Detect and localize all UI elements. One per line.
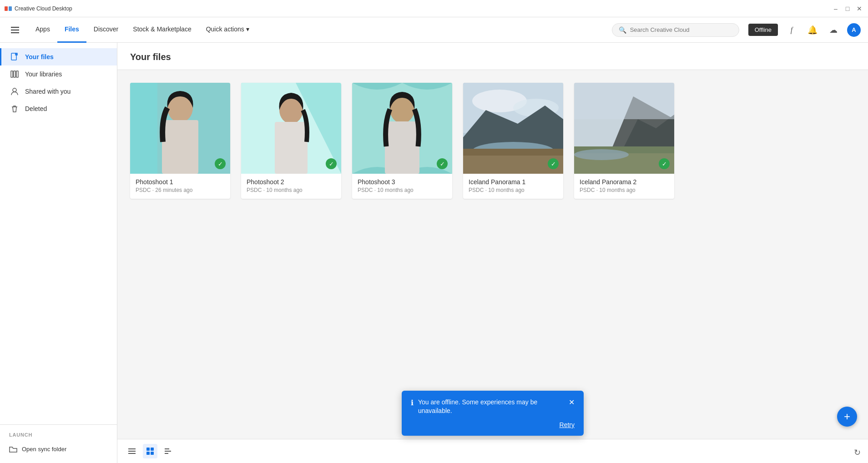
trash-icon (10, 105, 20, 113)
file-grid: ✓ Photoshoot 1 PSDC · 26 minutes ago (130, 83, 855, 199)
svg-rect-43 (165, 448, 169, 449)
sync-check-photoshoot1: ✓ (215, 158, 226, 169)
minimize-button[interactable]: – (832, 5, 840, 13)
offline-toast: ℹ You are offline. Some experiences may … (402, 391, 584, 436)
file-thumbnail-photoshoot2: ✓ (241, 83, 341, 174)
toast-actions: Retry (411, 421, 575, 428)
close-button[interactable]: ✕ (855, 5, 863, 13)
open-sync-folder-item[interactable]: Open sync folder (9, 442, 108, 456)
file-meta-photoshoot2: PSDC · 10 months ago (247, 187, 336, 193)
list-view-icon (128, 448, 136, 455)
nav-bar: Apps Files Discover Stock & Marketplace … (0, 17, 868, 43)
sidebar-item-deleted[interactable]: Deleted (0, 100, 117, 117)
menu-line (11, 32, 19, 33)
library-icon (10, 70, 20, 78)
file-name-iceland1: Iceland Panorama 1 (469, 178, 558, 186)
tab-quick-actions[interactable]: Quick actions ▾ (199, 17, 257, 43)
maximize-button[interactable]: □ (843, 5, 852, 13)
svg-rect-45 (165, 453, 168, 454)
app-title: Creative Cloud Desktop (15, 5, 832, 12)
add-button[interactable]: + (837, 407, 857, 427)
sidebar-label-your-files: Your files (25, 53, 54, 60)
svg-rect-39 (146, 448, 150, 451)
offline-button[interactable]: Offline (748, 24, 778, 36)
sort-button[interactable] (161, 444, 176, 458)
svg-rect-41 (146, 452, 150, 455)
search-bar[interactable]: 🔍 (612, 23, 739, 37)
sync-check-photoshoot3: ✓ (437, 158, 448, 169)
file-thumbnail-iceland1: ✓ (463, 83, 563, 174)
svg-rect-11 (162, 120, 198, 174)
list-view-button[interactable] (125, 444, 139, 458)
file-card-photoshoot2[interactable]: ✓ Photoshoot 2 PSDC · 10 months ago (241, 83, 341, 199)
svg-point-7 (13, 88, 16, 92)
sync-check-iceland1: ✓ (548, 158, 559, 169)
file-card-iceland1[interactable]: ✓ Iceland Panorama 1 PSDC · 10 months ag… (463, 83, 563, 199)
svg-rect-36 (128, 448, 136, 449)
file-card-photoshoot3[interactable]: ✓ Photoshoot 3 PSDC · 10 months ago (352, 83, 452, 199)
tab-stock[interactable]: Stock & Marketplace (126, 17, 198, 43)
title-bar: Creative Cloud Desktop – □ ✕ (0, 0, 868, 17)
file-thumbnail-photoshoot3: ✓ (352, 83, 452, 174)
svg-rect-16 (275, 122, 308, 174)
launch-section-label: LAUNCH (9, 432, 108, 438)
svg-rect-1 (9, 6, 12, 11)
content-toolbar (117, 439, 868, 463)
sidebar-item-shared-with-you[interactable]: Shared with you (0, 83, 117, 100)
tab-discover[interactable]: Discover (86, 17, 126, 43)
toast-message: You are offline. Some experiences may be… (418, 398, 564, 416)
hamburger-menu-button[interactable] (7, 25, 23, 35)
sidebar-item-your-libraries[interactable]: Your libraries (0, 65, 117, 83)
svg-rect-44 (165, 451, 171, 452)
svg-rect-5 (14, 71, 15, 77)
file-info-photoshoot1: Photoshoot 1 PSDC · 26 minutes ago (130, 174, 230, 199)
sync-folder-label: Open sync folder (22, 446, 66, 453)
font-icon-button[interactable]: f (784, 23, 799, 37)
file-card-iceland2[interactable]: ✓ Iceland Panorama 2 PSDC · 10 months ag… (574, 83, 674, 199)
sync-button[interactable]: ↻ (854, 448, 861, 458)
thumbnail-image-photoshoot2 (241, 83, 341, 174)
content-header: Your files (117, 43, 868, 70)
svg-rect-37 (128, 451, 136, 452)
search-input[interactable] (630, 26, 732, 33)
sidebar-nav: Your files Your libraries (0, 43, 117, 424)
file-name-photoshoot2: Photoshoot 2 (247, 178, 336, 186)
file-meta-iceland2: PSDC · 10 months ago (580, 187, 669, 193)
sidebar-bottom: LAUNCH Open sync folder (0, 424, 117, 463)
svg-rect-40 (151, 448, 154, 451)
toast-content: You are offline. Some experiences may be… (418, 398, 564, 416)
svg-rect-38 (128, 453, 136, 454)
notifications-button[interactable]: 🔔 (805, 23, 820, 37)
tab-files[interactable]: Files (57, 17, 86, 43)
tab-apps[interactable]: Apps (28, 17, 57, 43)
toast-close-button[interactable]: ✕ (564, 398, 575, 407)
retry-button[interactable]: Retry (560, 421, 575, 428)
search-icon: 🔍 (619, 26, 626, 34)
cloud-sync-button[interactable]: ☁ (826, 23, 841, 37)
svg-rect-4 (11, 71, 13, 77)
svg-rect-20 (385, 121, 419, 174)
grid-view-icon (146, 448, 154, 455)
page-title: Your files (130, 52, 855, 62)
file-info-iceland1: Iceland Panorama 1 PSDC · 10 months ago (463, 174, 563, 199)
app-logo (5, 5, 12, 12)
file-thumbnail-photoshoot1: ✓ (130, 83, 230, 174)
sidebar-item-your-files[interactable]: Your files (0, 48, 117, 65)
sidebar-label-shared-with-you: Shared with you (25, 88, 71, 95)
file-meta-photoshoot1: PSDC · 26 minutes ago (136, 187, 225, 193)
grid-view-button[interactable] (143, 444, 157, 458)
sort-icon (165, 448, 172, 455)
file-meta-photoshoot3: PSDC · 10 months ago (358, 187, 447, 193)
user-avatar[interactable]: A (847, 23, 861, 37)
menu-line (11, 27, 19, 28)
file-name-photoshoot3: Photoshoot 3 (358, 178, 447, 186)
menu-line (11, 30, 19, 30)
file-info-photoshoot3: Photoshoot 3 PSDC · 10 months ago (352, 174, 452, 199)
file-info-photoshoot2: Photoshoot 2 PSDC · 10 months ago (241, 174, 341, 199)
sidebar-label-deleted: Deleted (25, 105, 47, 112)
main-layout: Your files Your libraries (0, 43, 868, 463)
sync-folder-icon (9, 445, 17, 453)
thumbnail-image-iceland1 (463, 83, 563, 174)
file-name-iceland2: Iceland Panorama 2 (580, 178, 669, 186)
file-card-photoshoot1[interactable]: ✓ Photoshoot 1 PSDC · 26 minutes ago (130, 83, 230, 199)
